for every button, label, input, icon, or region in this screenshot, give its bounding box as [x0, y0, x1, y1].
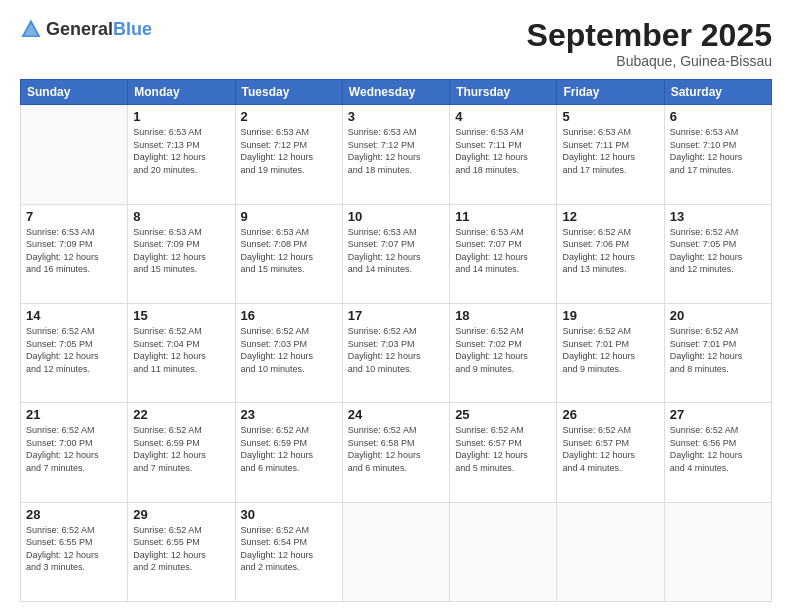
day-info: Sunrise: 6:52 AM Sunset: 6:55 PM Dayligh… [133, 524, 229, 574]
header: GeneralBlue September 2025 Bubaque, Guin… [20, 18, 772, 69]
day-number: 15 [133, 308, 229, 323]
calendar-week-row: 21Sunrise: 6:52 AM Sunset: 7:00 PM Dayli… [21, 403, 772, 502]
day-number: 18 [455, 308, 551, 323]
calendar-day-header: Tuesday [235, 80, 342, 105]
calendar-cell: 12Sunrise: 6:52 AM Sunset: 7:06 PM Dayli… [557, 204, 664, 303]
day-number: 23 [241, 407, 337, 422]
day-info: Sunrise: 6:53 AM Sunset: 7:11 PM Dayligh… [562, 126, 658, 176]
day-number: 7 [26, 209, 122, 224]
location: Bubaque, Guinea-Bissau [527, 53, 772, 69]
logo-icon [20, 18, 42, 40]
day-info: Sunrise: 6:52 AM Sunset: 7:06 PM Dayligh… [562, 226, 658, 276]
page: GeneralBlue September 2025 Bubaque, Guin… [0, 0, 792, 612]
calendar-cell: 9Sunrise: 6:53 AM Sunset: 7:08 PM Daylig… [235, 204, 342, 303]
calendar-cell: 11Sunrise: 6:53 AM Sunset: 7:07 PM Dayli… [450, 204, 557, 303]
title-area: September 2025 Bubaque, Guinea-Bissau [527, 18, 772, 69]
calendar-cell: 8Sunrise: 6:53 AM Sunset: 7:09 PM Daylig… [128, 204, 235, 303]
logo: GeneralBlue [20, 18, 152, 40]
day-info: Sunrise: 6:53 AM Sunset: 7:12 PM Dayligh… [241, 126, 337, 176]
day-info: Sunrise: 6:53 AM Sunset: 7:10 PM Dayligh… [670, 126, 766, 176]
day-number: 25 [455, 407, 551, 422]
calendar-cell [21, 105, 128, 204]
day-number: 16 [241, 308, 337, 323]
calendar-day-header: Wednesday [342, 80, 449, 105]
day-info: Sunrise: 6:53 AM Sunset: 7:09 PM Dayligh… [133, 226, 229, 276]
day-number: 14 [26, 308, 122, 323]
day-info: Sunrise: 6:52 AM Sunset: 7:03 PM Dayligh… [241, 325, 337, 375]
day-info: Sunrise: 6:52 AM Sunset: 7:05 PM Dayligh… [670, 226, 766, 276]
calendar-cell: 28Sunrise: 6:52 AM Sunset: 6:55 PM Dayli… [21, 502, 128, 601]
day-number: 27 [670, 407, 766, 422]
day-info: Sunrise: 6:53 AM Sunset: 7:13 PM Dayligh… [133, 126, 229, 176]
day-info: Sunrise: 6:53 AM Sunset: 7:12 PM Dayligh… [348, 126, 444, 176]
calendar-cell: 22Sunrise: 6:52 AM Sunset: 6:59 PM Dayli… [128, 403, 235, 502]
calendar-cell [664, 502, 771, 601]
calendar-cell: 2Sunrise: 6:53 AM Sunset: 7:12 PM Daylig… [235, 105, 342, 204]
day-number: 20 [670, 308, 766, 323]
calendar-cell: 10Sunrise: 6:53 AM Sunset: 7:07 PM Dayli… [342, 204, 449, 303]
day-number: 8 [133, 209, 229, 224]
calendar-day-header: Thursday [450, 80, 557, 105]
calendar-cell [342, 502, 449, 601]
day-info: Sunrise: 6:52 AM Sunset: 7:00 PM Dayligh… [26, 424, 122, 474]
calendar-cell: 30Sunrise: 6:52 AM Sunset: 6:54 PM Dayli… [235, 502, 342, 601]
day-number: 1 [133, 109, 229, 124]
calendar-cell [557, 502, 664, 601]
logo-text: GeneralBlue [46, 19, 152, 40]
calendar-cell: 19Sunrise: 6:52 AM Sunset: 7:01 PM Dayli… [557, 303, 664, 402]
day-info: Sunrise: 6:52 AM Sunset: 6:59 PM Dayligh… [241, 424, 337, 474]
day-number: 9 [241, 209, 337, 224]
day-info: Sunrise: 6:52 AM Sunset: 7:01 PM Dayligh… [670, 325, 766, 375]
day-info: Sunrise: 6:52 AM Sunset: 7:05 PM Dayligh… [26, 325, 122, 375]
day-number: 13 [670, 209, 766, 224]
calendar-cell: 13Sunrise: 6:52 AM Sunset: 7:05 PM Dayli… [664, 204, 771, 303]
day-number: 22 [133, 407, 229, 422]
calendar-day-header: Saturday [664, 80, 771, 105]
logo-text-blue: Blue [113, 19, 152, 39]
day-info: Sunrise: 6:53 AM Sunset: 7:09 PM Dayligh… [26, 226, 122, 276]
calendar-cell [450, 502, 557, 601]
calendar-cell: 1Sunrise: 6:53 AM Sunset: 7:13 PM Daylig… [128, 105, 235, 204]
day-number: 26 [562, 407, 658, 422]
day-number: 3 [348, 109, 444, 124]
day-number: 19 [562, 308, 658, 323]
day-info: Sunrise: 6:53 AM Sunset: 7:07 PM Dayligh… [455, 226, 551, 276]
day-info: Sunrise: 6:52 AM Sunset: 6:55 PM Dayligh… [26, 524, 122, 574]
calendar-cell: 17Sunrise: 6:52 AM Sunset: 7:03 PM Dayli… [342, 303, 449, 402]
day-info: Sunrise: 6:52 AM Sunset: 7:03 PM Dayligh… [348, 325, 444, 375]
day-number: 6 [670, 109, 766, 124]
day-number: 4 [455, 109, 551, 124]
calendar-week-row: 28Sunrise: 6:52 AM Sunset: 6:55 PM Dayli… [21, 502, 772, 601]
calendar-week-row: 7Sunrise: 6:53 AM Sunset: 7:09 PM Daylig… [21, 204, 772, 303]
calendar-cell: 29Sunrise: 6:52 AM Sunset: 6:55 PM Dayli… [128, 502, 235, 601]
calendar-cell: 26Sunrise: 6:52 AM Sunset: 6:57 PM Dayli… [557, 403, 664, 502]
day-info: Sunrise: 6:52 AM Sunset: 7:01 PM Dayligh… [562, 325, 658, 375]
day-number: 21 [26, 407, 122, 422]
day-number: 28 [26, 507, 122, 522]
calendar-cell: 4Sunrise: 6:53 AM Sunset: 7:11 PM Daylig… [450, 105, 557, 204]
day-info: Sunrise: 6:52 AM Sunset: 7:02 PM Dayligh… [455, 325, 551, 375]
month-title: September 2025 [527, 18, 772, 53]
calendar-cell: 21Sunrise: 6:52 AM Sunset: 7:00 PM Dayli… [21, 403, 128, 502]
day-number: 30 [241, 507, 337, 522]
day-number: 29 [133, 507, 229, 522]
calendar-day-header: Monday [128, 80, 235, 105]
day-number: 10 [348, 209, 444, 224]
day-info: Sunrise: 6:53 AM Sunset: 7:07 PM Dayligh… [348, 226, 444, 276]
day-info: Sunrise: 6:52 AM Sunset: 6:59 PM Dayligh… [133, 424, 229, 474]
calendar-cell: 16Sunrise: 6:52 AM Sunset: 7:03 PM Dayli… [235, 303, 342, 402]
day-info: Sunrise: 6:52 AM Sunset: 6:57 PM Dayligh… [455, 424, 551, 474]
day-number: 24 [348, 407, 444, 422]
day-info: Sunrise: 6:52 AM Sunset: 6:58 PM Dayligh… [348, 424, 444, 474]
day-info: Sunrise: 6:52 AM Sunset: 6:57 PM Dayligh… [562, 424, 658, 474]
calendar-cell: 24Sunrise: 6:52 AM Sunset: 6:58 PM Dayli… [342, 403, 449, 502]
calendar-cell: 23Sunrise: 6:52 AM Sunset: 6:59 PM Dayli… [235, 403, 342, 502]
day-info: Sunrise: 6:52 AM Sunset: 6:56 PM Dayligh… [670, 424, 766, 474]
calendar-day-header: Sunday [21, 80, 128, 105]
day-info: Sunrise: 6:52 AM Sunset: 7:04 PM Dayligh… [133, 325, 229, 375]
day-info: Sunrise: 6:53 AM Sunset: 7:08 PM Dayligh… [241, 226, 337, 276]
day-number: 11 [455, 209, 551, 224]
calendar-cell: 3Sunrise: 6:53 AM Sunset: 7:12 PM Daylig… [342, 105, 449, 204]
calendar-cell: 18Sunrise: 6:52 AM Sunset: 7:02 PM Dayli… [450, 303, 557, 402]
calendar-cell: 20Sunrise: 6:52 AM Sunset: 7:01 PM Dayli… [664, 303, 771, 402]
